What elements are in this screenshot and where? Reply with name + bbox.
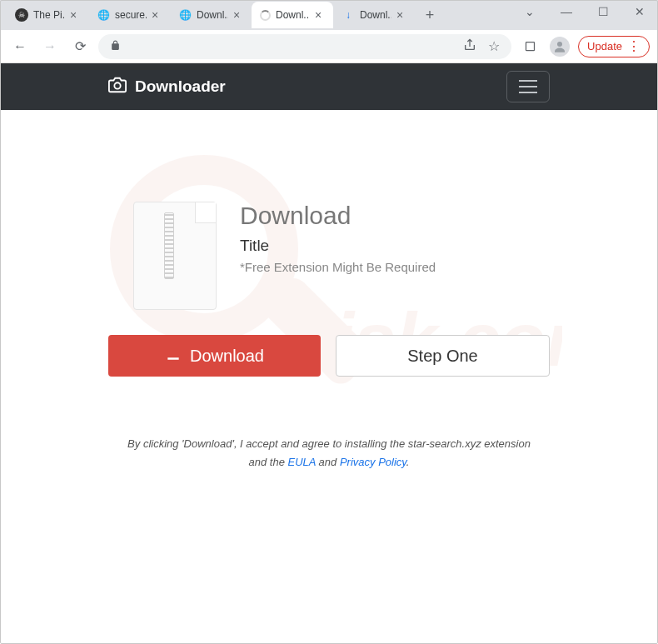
- close-icon[interactable]: ×: [233, 9, 245, 21]
- tab-label: Downl...: [197, 9, 228, 21]
- tab-3-active[interactable]: Downl... ×: [252, 2, 333, 28]
- window-maximize[interactable]: ☐: [591, 5, 615, 18]
- disclaimer: By clicking 'Download', I accept and agr…: [108, 435, 550, 472]
- step-one-label: Step One: [407, 347, 478, 366]
- close-icon[interactable]: ×: [70, 9, 82, 21]
- update-button[interactable]: Update ⋮: [578, 36, 650, 57]
- svg-point-2: [114, 82, 120, 88]
- tab-label: Downl...: [360, 9, 391, 21]
- page-subheading: Title: [240, 237, 550, 255]
- main-row: Download Title *Free Extension Might Be …: [108, 202, 550, 310]
- window-controls: ⌄ — ☐ ✕: [518, 5, 651, 18]
- tab-label: Downl...: [276, 9, 310, 21]
- forward-button[interactable]: →: [38, 35, 62, 58]
- step-one-button[interactable]: Step One: [336, 335, 550, 377]
- lock-icon: [110, 40, 121, 53]
- camera-icon: [108, 76, 127, 97]
- disclaimer-and: and: [316, 456, 340, 468]
- spinner-icon: [260, 10, 271, 21]
- tab-0[interactable]: ☠ The Pi... ×: [7, 2, 88, 28]
- tab-label: secure...: [115, 9, 147, 21]
- window-dropdown[interactable]: ⌄: [518, 5, 541, 18]
- download-button-label: Download: [190, 347, 264, 366]
- update-label: Update: [587, 40, 622, 52]
- close-icon[interactable]: ×: [152, 9, 163, 21]
- brand-text: Downloader: [135, 77, 226, 96]
- privacy-link[interactable]: Privacy Policy: [340, 456, 406, 468]
- reload-button[interactable]: ⟳: [68, 35, 92, 58]
- tab-4[interactable]: ↓ Downl... ×: [333, 2, 415, 28]
- extensions-icon[interactable]: [518, 35, 541, 58]
- tab-label: The Pi...: [33, 9, 65, 21]
- window-minimize[interactable]: —: [555, 5, 578, 18]
- menu-dots-icon: ⋮: [627, 40, 641, 53]
- window-close[interactable]: ✕: [628, 5, 651, 18]
- brand: Downloader: [108, 76, 226, 97]
- page-heading: Download: [240, 202, 550, 230]
- file-icon: [133, 202, 217, 310]
- text-column: Download Title *Free Extension Might Be …: [240, 202, 550, 274]
- globe-icon: 🌐: [178, 8, 192, 22]
- share-icon[interactable]: [463, 38, 476, 55]
- globe-icon: 🌐: [97, 8, 110, 22]
- hamburger-menu[interactable]: [506, 71, 550, 102]
- pirate-icon: ☠: [15, 8, 28, 22]
- tab-1[interactable]: 🌐 secure... ×: [88, 2, 170, 28]
- svg-rect-0: [526, 42, 534, 51]
- close-icon[interactable]: ×: [315, 9, 327, 21]
- address-bar[interactable]: ☆: [98, 34, 511, 59]
- eula-link[interactable]: EULA: [288, 456, 316, 468]
- new-tab-button[interactable]: +: [420, 5, 440, 25]
- page-note: *Free Extension Might Be Required: [240, 260, 550, 274]
- tab-2[interactable]: 🌐 Downl... ×: [170, 2, 252, 28]
- browser-toolbar: ← → ⟳ ☆ Update ⋮: [0, 30, 658, 63]
- profile-avatar[interactable]: [550, 37, 570, 57]
- page-header: Downloader: [0, 63, 658, 110]
- disclaimer-period: .: [406, 456, 410, 468]
- close-icon[interactable]: ×: [396, 9, 408, 21]
- zipper-icon: [164, 212, 174, 279]
- download-icon: [165, 346, 182, 367]
- download-button[interactable]: Download: [108, 335, 321, 377]
- svg-point-1: [557, 42, 562, 47]
- back-button[interactable]: ←: [8, 35, 32, 58]
- button-row: Download Step One: [108, 335, 550, 377]
- star-icon[interactable]: ☆: [488, 38, 500, 55]
- download-icon: ↓: [341, 8, 355, 22]
- page-content: risk.com Download Title *Free Extension …: [0, 110, 658, 472]
